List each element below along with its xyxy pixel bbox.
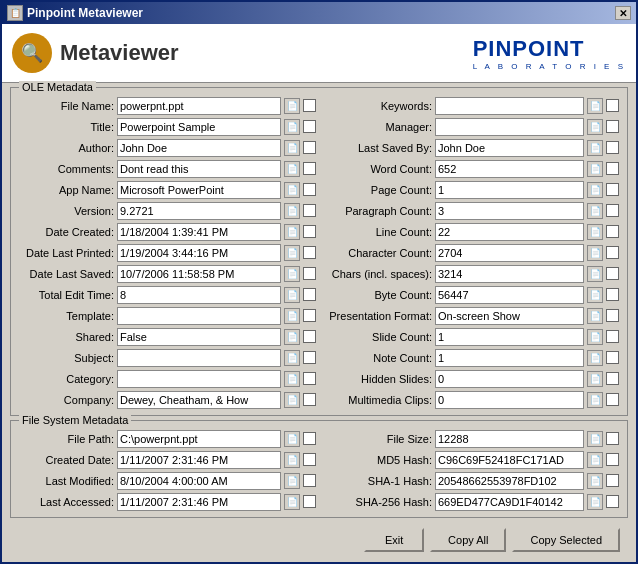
input-appname[interactable] [117, 181, 281, 199]
input-edittime[interactable] [117, 286, 281, 304]
check-title[interactable] [303, 120, 316, 133]
copy-icon-lastsavedby[interactable]: 📄 [587, 140, 603, 156]
input-template[interactable] [117, 307, 281, 325]
copy-icon-charsinclspaces[interactable]: 📄 [587, 266, 603, 282]
copy-icon-subject[interactable]: 📄 [284, 350, 300, 366]
check-filesize[interactable] [606, 432, 619, 445]
input-datelastprinted[interactable] [117, 244, 281, 262]
check-hiddenslides[interactable] [606, 372, 619, 385]
check-edittime[interactable] [303, 288, 316, 301]
check-filename[interactable] [303, 99, 316, 112]
copy-icon-lastaccessed[interactable]: 📄 [284, 494, 300, 510]
copy-icon-template[interactable]: 📄 [284, 308, 300, 324]
copy-icon-category[interactable]: 📄 [284, 371, 300, 387]
copy-icon-datelastsaved[interactable]: 📄 [284, 266, 300, 282]
input-lastaccessed[interactable] [117, 493, 281, 511]
input-notecount[interactable] [435, 349, 584, 367]
check-appname[interactable] [303, 183, 316, 196]
check-notecount[interactable] [606, 351, 619, 364]
copy-icon-linecount[interactable]: 📄 [587, 224, 603, 240]
copy-icon-keywords[interactable]: 📄 [587, 98, 603, 114]
check-charcount[interactable] [606, 246, 619, 259]
check-company[interactable] [303, 393, 316, 406]
copy-icon-multiclips[interactable]: 📄 [587, 392, 603, 408]
input-filepath[interactable] [117, 430, 281, 448]
input-manager[interactable] [435, 118, 584, 136]
input-keywords[interactable] [435, 97, 584, 115]
input-wordcount[interactable] [435, 160, 584, 178]
check-keywords[interactable] [606, 99, 619, 112]
check-lastmodified[interactable] [303, 474, 316, 487]
input-sha256[interactable] [435, 493, 584, 511]
copy-icon-paragraphcount[interactable]: 📄 [587, 203, 603, 219]
input-hiddenslides[interactable] [435, 370, 584, 388]
copy-icon-wordcount[interactable]: 📄 [587, 161, 603, 177]
check-wordcount[interactable] [606, 162, 619, 175]
copy-icon-sha256[interactable]: 📄 [587, 494, 603, 510]
check-datecreated[interactable] [303, 225, 316, 238]
input-md5[interactable] [435, 451, 584, 469]
copy-icon-appname[interactable]: 📄 [284, 182, 300, 198]
input-datelastsaved[interactable] [117, 265, 281, 283]
check-version[interactable] [303, 204, 316, 217]
copy-icon-author[interactable]: 📄 [284, 140, 300, 156]
check-datelastsaved[interactable] [303, 267, 316, 280]
check-createddate[interactable] [303, 453, 316, 466]
check-paragraphcount[interactable] [606, 204, 619, 217]
copy-icon-slidecount[interactable]: 📄 [587, 329, 603, 345]
input-pagecount[interactable] [435, 181, 584, 199]
copy-icon-company[interactable]: 📄 [284, 392, 300, 408]
input-charcount[interactable] [435, 244, 584, 262]
check-datelastprinted[interactable] [303, 246, 316, 259]
check-comments[interactable] [303, 162, 316, 175]
input-createddate[interactable] [117, 451, 281, 469]
check-presformat[interactable] [606, 309, 619, 322]
check-author[interactable] [303, 141, 316, 154]
check-pagecount[interactable] [606, 183, 619, 196]
copy-icon-manager[interactable]: 📄 [587, 119, 603, 135]
copy-icon-createddate[interactable]: 📄 [284, 452, 300, 468]
copy-icon-version[interactable]: 📄 [284, 203, 300, 219]
check-lastsavedby[interactable] [606, 141, 619, 154]
copy-icon-pagecount[interactable]: 📄 [587, 182, 603, 198]
check-sha256[interactable] [606, 495, 619, 508]
input-slidecount[interactable] [435, 328, 584, 346]
copy-icon-comments[interactable]: 📄 [284, 161, 300, 177]
input-lastmodified[interactable] [117, 472, 281, 490]
input-presformat[interactable] [435, 307, 584, 325]
input-company[interactable] [117, 391, 281, 409]
copy-icon-datecreated[interactable]: 📄 [284, 224, 300, 240]
input-version[interactable] [117, 202, 281, 220]
check-template[interactable] [303, 309, 316, 322]
copy-icon-bytecount[interactable]: 📄 [587, 287, 603, 303]
input-shared[interactable] [117, 328, 281, 346]
input-title[interactable] [117, 118, 281, 136]
copy-icon-md5[interactable]: 📄 [587, 452, 603, 468]
copy-icon-presformat[interactable]: 📄 [587, 308, 603, 324]
check-sha1[interactable] [606, 474, 619, 487]
input-filename[interactable] [117, 97, 281, 115]
check-lastaccessed[interactable] [303, 495, 316, 508]
check-filepath[interactable] [303, 432, 316, 445]
input-sha1[interactable] [435, 472, 584, 490]
check-md5[interactable] [606, 453, 619, 466]
copy-icon-hiddenslides[interactable]: 📄 [587, 371, 603, 387]
check-bytecount[interactable] [606, 288, 619, 301]
input-comments[interactable] [117, 160, 281, 178]
check-subject[interactable] [303, 351, 316, 364]
input-charsinclspaces[interactable] [435, 265, 584, 283]
check-linecount[interactable] [606, 225, 619, 238]
input-author[interactable] [117, 139, 281, 157]
input-lastsavedby[interactable] [435, 139, 584, 157]
copy-all-button[interactable]: Copy All [430, 528, 506, 552]
copy-icon-lastmodified[interactable]: 📄 [284, 473, 300, 489]
input-datecreated[interactable] [117, 223, 281, 241]
check-manager[interactable] [606, 120, 619, 133]
copy-icon-title[interactable]: 📄 [284, 119, 300, 135]
input-paragraphcount[interactable] [435, 202, 584, 220]
copy-icon-notecount[interactable]: 📄 [587, 350, 603, 366]
input-subject[interactable] [117, 349, 281, 367]
close-button[interactable]: ✕ [615, 6, 631, 20]
input-category[interactable] [117, 370, 281, 388]
check-category[interactable] [303, 372, 316, 385]
